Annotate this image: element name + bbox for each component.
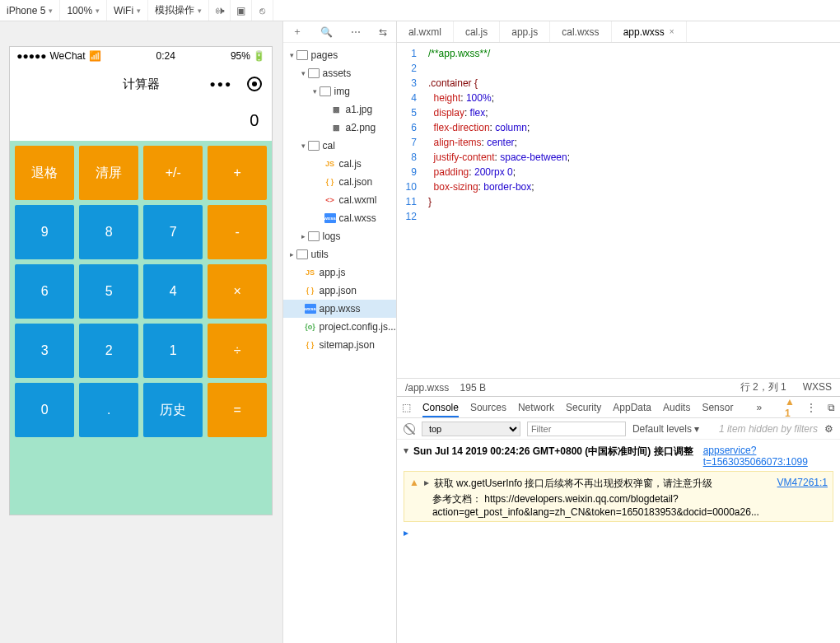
key-7[interactable]: 7 [143,205,203,259]
key-.[interactable]: . [79,383,138,437]
key-×[interactable]: × [208,264,267,319]
phone-statusbar: ●●●●●WeChat📶 0:24 95% 🔋 [10,47,272,65]
device-select[interactable]: iPhone 5▾ [0,0,60,21]
code-editor[interactable]: 123456789101112 /**app.wxss**/ .containe… [397,43,840,378]
more-tabs-icon[interactable]: » [756,402,762,413]
level-select[interactable]: Default levels ▾ [632,423,699,435]
kebab-icon[interactable]: ⋮ [806,402,816,413]
zoom-select[interactable]: 100%▾ [60,0,107,21]
key-÷[interactable]: ÷ [208,324,267,378]
key-8[interactable]: 8 [79,205,138,259]
tree-file-calwxss[interactable]: wxsscal.wxss [283,209,396,227]
tree-file-a1[interactable]: ▩a1.jpg [283,100,396,119]
warning-doc-link[interactable]: https://developers.weixin.qq.com/blogdet… [432,493,759,518]
tree-file-project[interactable]: {o}project.config.js... [283,318,396,336]
key-历史[interactable]: 历史 [143,383,203,437]
tree-file-appjs[interactable]: JSapp.js [283,263,396,282]
key-+[interactable]: + [208,146,267,200]
devtab-network[interactable]: Network [518,402,554,413]
folder-icon [296,249,308,259]
devtab-audits[interactable]: Audits [663,402,690,413]
simulate-select[interactable]: 模拟操作▾ [148,0,209,21]
tree-file-caljson[interactable]: { }cal.json [283,173,396,191]
file-size: 195 B [460,382,486,394]
more-icon[interactable]: ⋯ [351,26,361,38]
devtab-appdata[interactable]: AppData [613,402,651,413]
wifi-icon: 📶 [89,50,101,62]
key-退格[interactable]: 退格 [15,146,74,200]
inspect-icon[interactable]: ⬚ [402,402,411,413]
expand-icon[interactable]: ▸ [424,477,429,491]
editor-panel: al.wxmlcal.jsapp.jscal.wxssapp.wxss× 123… [397,21,840,643]
key--[interactable]: - [208,205,267,259]
editor-tabs: al.wxmlcal.jsapp.jscal.wxssapp.wxss× [397,21,840,43]
tree-file-a2[interactable]: ▩a2.png [283,119,396,137]
menu-dots-icon[interactable]: ●●● [210,78,233,90]
tab-app.wxss[interactable]: app.wxss× [612,21,687,42]
tree-file-caljs[interactable]: JScal.js [283,155,396,173]
console-prompt[interactable]: ▸ [404,524,833,538]
vm-link[interactable]: VM47261:1 [777,477,828,491]
search-icon[interactable]: 🔍 [320,26,333,38]
code-content[interactable]: /**app.wxss**/ .container { height: 100%… [423,43,840,378]
tab-app.js[interactable]: app.js [500,21,550,42]
calc-display: 0 [10,103,272,141]
cursor-pos: 行 2，列 1 [740,381,786,393]
tree-folder-cal[interactable]: ▾cal [283,137,396,155]
wxss-icon: wxss [324,213,336,223]
devtab-console[interactable]: Console [422,402,459,417]
warning-ref-label: 参考文档： [432,493,482,505]
tree-folder-assets[interactable]: ▾assets [283,64,396,82]
console-body[interactable]: ▾ Sun Jul 14 2019 00:24:26 GMT+0800 (中国标… [397,440,840,643]
warning-entry: ▲ ▸ 获取 wx.getUserInfo 接口后续将不再出现授权弹窗，请注意升… [404,471,833,522]
tab-cal.js[interactable]: cal.js [454,21,500,42]
key-9[interactable]: 9 [15,205,74,259]
phone-navbar: 计算器 ●●● [10,65,272,103]
tab-al.wxml[interactable]: al.wxml [397,21,454,42]
split-icon[interactable]: ⇆ [379,26,387,38]
log-timestamp: Sun Jul 14 2019 00:24:26 GMT+0800 (中国标准时… [413,445,693,468]
key-=[interactable]: = [208,383,267,437]
key-清屏[interactable]: 清屏 [79,146,138,200]
devtab-security[interactable]: Security [566,402,601,413]
tree-file-appjson[interactable]: { }app.json [283,282,396,300]
battery-label: 95% [231,50,250,62]
key-+/-[interactable]: +/- [143,146,203,200]
tree-folder-utils[interactable]: ▸utils [283,245,396,263]
expand-icon[interactable]: ▾ [404,445,408,468]
target-icon[interactable] [247,77,262,91]
image-icon: ▩ [331,105,343,114]
context-select[interactable]: top [422,422,520,436]
tree-folder-logs[interactable]: ▸logs [283,227,396,245]
signal-dots: ●●●●● [16,50,46,62]
key-4[interactable]: 4 [143,264,203,319]
key-1[interactable]: 1 [143,324,203,378]
close-tab-icon[interactable]: × [670,27,674,36]
key-0[interactable]: 0 [15,383,74,437]
tree-folder-pages[interactable]: ▾pages [283,46,396,64]
tab-cal.wxss[interactable]: cal.wxss [550,21,611,42]
js-icon: JS [324,159,336,169]
filter-input[interactable] [527,422,626,436]
network-select[interactable]: WiFi▾ [107,0,148,21]
log-source-link[interactable]: appservice?t=1563035066073:1099 [703,445,833,468]
tree-file-calwxml[interactable]: <>cal.wxml [283,191,396,209]
cut-icon[interactable]: ⎋ [252,0,273,21]
tree-file-appwxss[interactable]: wxssapp.wxss [283,300,396,318]
add-file-icon[interactable]: ＋ [292,25,302,39]
devtab-sources[interactable]: Sources [470,402,506,413]
tree-folder-img[interactable]: ▾img [283,82,396,100]
key-6[interactable]: 6 [15,264,74,319]
mute-icon[interactable]: 🕪 [209,0,231,21]
key-2[interactable]: 2 [79,324,138,378]
warning-badge[interactable]: ▲ 1 [785,396,795,419]
clear-console-icon[interactable] [404,423,415,435]
folder-icon [308,231,320,241]
tree-file-sitemap[interactable]: { }sitemap.json [283,336,396,354]
gear-icon[interactable]: ⚙ [824,423,833,435]
layout-icon[interactable]: ▣ [231,0,252,21]
devtab-sensor[interactable]: Sensor [702,402,733,413]
key-5[interactable]: 5 [79,264,138,319]
dock-icon[interactable]: ⧉ [828,402,835,413]
key-3[interactable]: 3 [15,324,74,378]
